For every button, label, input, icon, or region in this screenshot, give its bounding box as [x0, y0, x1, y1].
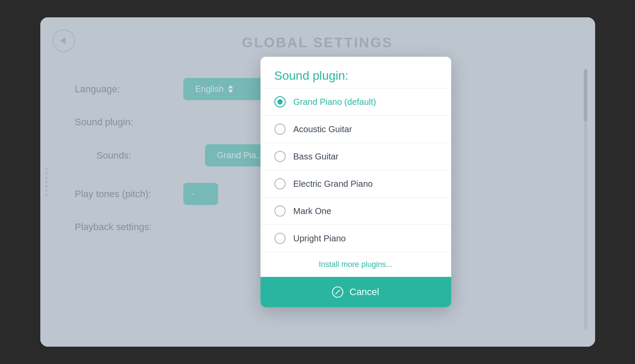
radio-grand-piano: [274, 96, 286, 107]
install-more-link[interactable]: Install more plugins...: [261, 252, 451, 277]
option-label-acoustic-guitar: Acoustic Guitar: [293, 124, 352, 134]
option-label-upright-piano: Upright Piano: [293, 234, 346, 244]
radio-inner-grand-piano: [277, 99, 283, 104]
option-item-grand-piano[interactable]: Grand Piano (default): [261, 88, 451, 115]
option-label-bass-guitar: Bass Guitar: [293, 152, 339, 162]
radio-acoustic-guitar: [274, 124, 286, 135]
cancel-slash: [335, 289, 340, 294]
option-label-mark-one: Mark One: [293, 206, 332, 216]
modal-options: Grand Piano (default)Acoustic GuitarBass…: [261, 88, 451, 252]
device-frame: GLOBAL SETTINGS Language: English: [40, 17, 595, 347]
cancel-icon: [332, 286, 343, 298]
option-item-acoustic-guitar[interactable]: Acoustic Guitar: [261, 115, 451, 143]
modal-title: Sound plugin:: [261, 57, 451, 88]
option-item-mark-one[interactable]: Mark One: [261, 197, 451, 224]
option-item-upright-piano[interactable]: Upright Piano: [261, 224, 451, 252]
sound-plugin-modal: Sound plugin: Grand Piano (default)Acous…: [261, 57, 451, 307]
radio-bass-guitar: [274, 151, 286, 162]
radio-upright-piano: [274, 233, 286, 244]
option-item-bass-guitar[interactable]: Bass Guitar: [261, 143, 451, 170]
radio-electric-grand-piano: [274, 178, 286, 189]
radio-mark-one: [274, 205, 286, 217]
cancel-label: Cancel: [349, 286, 379, 298]
option-label-electric-grand-piano: Electric Grand Piano: [293, 179, 373, 189]
option-label-grand-piano: Grand Piano (default): [293, 97, 376, 107]
option-item-electric-grand-piano[interactable]: Electric Grand Piano: [261, 170, 451, 197]
cancel-button[interactable]: Cancel: [261, 277, 451, 307]
